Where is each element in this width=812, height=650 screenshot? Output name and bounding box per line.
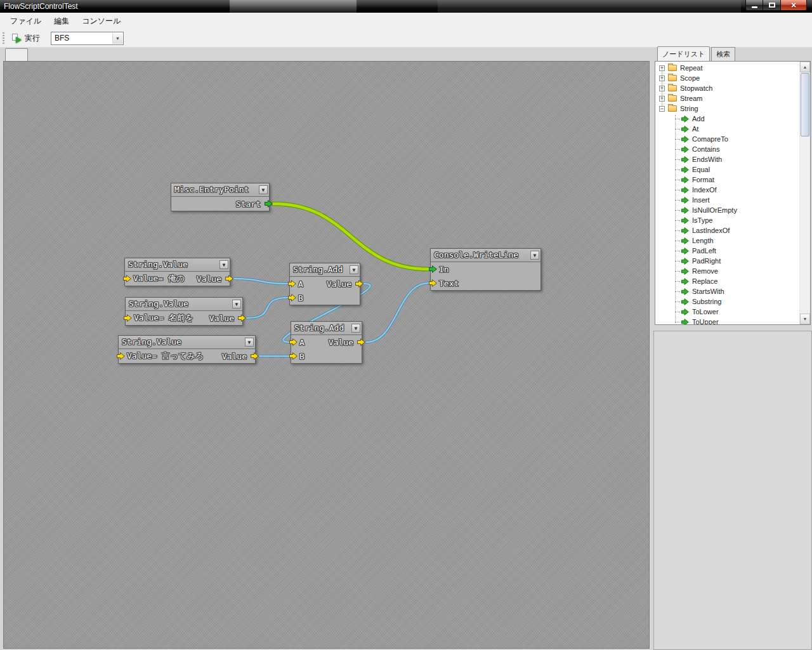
node-canvas[interactable]: Misc.EntryPoint▼StartConsole.WriteLine▼I… [3,61,650,649]
chevron-down-icon[interactable]: ▼ [112,33,122,44]
close-button[interactable]: × [780,0,807,11]
tree-folder-stream[interactable]: +Stream [655,93,799,103]
node-arrow-icon [681,176,689,183]
flow-out-port-icon[interactable] [265,200,273,208]
value-out-port-icon[interactable] [225,275,233,282]
value-out-port-icon[interactable] [238,314,246,322]
value-in-port-icon[interactable] [429,279,437,287]
toolbar-grip[interactable] [3,32,4,44]
expander-collapsed-icon[interactable]: + [659,96,665,102]
tree-folder-repeat[interactable]: +Repeat [655,63,799,73]
minimize-button[interactable] [745,0,763,11]
tree-node-format[interactable]: Format [655,175,799,185]
value-in-port-icon[interactable] [289,352,298,360]
tree-node-indexof[interactable]: IndexOf [655,185,799,195]
folder-icon [668,85,677,91]
expander-collapsed-icon[interactable]: + [659,76,665,81]
node-title-bar[interactable]: Misc.EntryPoint▼ [171,183,269,197]
node-arrow-icon [681,146,689,153]
node-entry[interactable]: Misc.EntryPoint▼Start [171,183,270,211]
tree-item-label: Length [692,237,714,244]
menu-edit[interactable]: 編集 [48,13,75,29]
tree-node-equal[interactable]: Equal [655,164,799,175]
expander-expanded-icon[interactable]: − [659,106,665,112]
tree-node-istype[interactable]: IsType [655,215,799,225]
node-dropdown-icon[interactable]: ▼ [530,251,539,260]
node-add1[interactable]: String.Add▼AValueB [289,263,360,305]
value-out-port-icon[interactable] [355,280,363,288]
tree-node-lastindexof[interactable]: LastIndexOf [655,225,799,235]
tree-node-endswith[interactable]: EndsWith [655,154,799,164]
scroll-up-icon[interactable]: ▲ [800,62,810,72]
wire-flow[interactable] [273,204,429,269]
tree-node-replace[interactable]: Replace [655,276,799,286]
wire-value[interactable] [366,283,429,342]
flow-in-port-icon[interactable] [429,265,437,273]
node-dropdown-icon[interactable]: ▼ [350,265,358,274]
node-title-bar[interactable]: Console.WriteLine▼ [431,249,540,262]
value-in-port-icon[interactable] [124,314,132,322]
tree-scrollbar[interactable]: ▲ ▼ [799,62,810,324]
tree-folder-string[interactable]: −String [655,103,799,114]
value-out-port-icon[interactable] [357,338,365,346]
node-port-row: AValue [290,277,360,291]
tree-node-at[interactable]: At [655,124,799,134]
node-title-bar[interactable]: String.Add▼ [290,263,360,277]
tree-node-insert[interactable]: Insert [655,195,799,205]
node-value2[interactable]: String.Value▼Value= 名前をValue [125,297,243,326]
tree-node-tolower[interactable]: ToLower [655,307,799,317]
canvas-document-tab[interactable] [5,48,28,62]
tree-node-substring[interactable]: Substring [655,296,799,307]
tree-folder-scope[interactable]: +Scope [655,73,799,83]
node-add2[interactable]: String.Add▼AValueB [291,321,362,364]
tree-node-length[interactable]: Length [655,235,799,246]
tree-node-toupper[interactable]: ToUpper [655,317,799,324]
traversal-mode-combobox[interactable]: BFS ▼ [51,32,124,45]
node-title-bar[interactable]: String.Value▼ [125,258,230,272]
node-title-bar[interactable]: String.Value▼ [119,336,255,349]
value-in-port-icon[interactable] [123,275,131,282]
node-value1[interactable]: String.Value▼Value= 俺のValue [124,258,230,286]
close-icon: × [791,0,796,10]
node-dropdown-icon[interactable]: ▼ [351,324,360,333]
node-value3[interactable]: String.Value▼Value= 言ってみろValue [118,335,256,364]
node-title-text: Console.WriteLine [434,250,518,260]
tree-node-startswith[interactable]: StartsWith [655,286,799,296]
tab-node-list[interactable]: ノードリスト [657,46,710,61]
node-dropdown-icon[interactable]: ▼ [245,338,254,347]
tree-node-padleft[interactable]: PadLeft [655,246,799,256]
value-in-port-icon[interactable] [288,294,296,302]
tree-item-label: At [692,125,698,133]
scrollbar-thumb[interactable] [801,73,809,136]
port-label: Text [439,279,459,288]
node-writeline[interactable]: Console.WriteLine▼InText [430,248,541,291]
tree-node-padright[interactable]: PadRight [655,256,799,266]
wire-value[interactable] [247,298,288,318]
wire-value[interactable] [234,279,288,284]
tree-node-comapreto[interactable]: ComapreTo [655,134,799,144]
expander-collapsed-icon[interactable]: + [659,86,665,91]
value-in-port-icon[interactable] [117,352,125,360]
tree-folder-stopwatch[interactable]: +Stopwatch [655,83,799,93]
tab-search[interactable]: 検索 [711,47,735,61]
value-out-port-icon[interactable] [251,352,259,360]
node-title-bar[interactable]: String.Add▼ [291,322,362,335]
menu-console[interactable]: コンソール [75,13,127,29]
maximize-button[interactable] [763,0,780,11]
tree-node-isnullorempty[interactable]: IsNullOrEmpty [655,205,799,215]
scroll-down-icon[interactable]: ▼ [800,314,810,324]
value-in-port-icon[interactable] [288,280,296,288]
menu-file[interactable]: ファイル [4,13,48,29]
node-port-row: B [291,349,362,363]
expander-collapsed-icon[interactable]: + [659,65,665,71]
tree-node-contains[interactable]: Contains [655,144,799,154]
node-title-bar[interactable]: String.Value▼ [126,298,242,311]
node-dropdown-icon[interactable]: ▼ [219,260,228,269]
tree-node-remove[interactable]: Remove [655,266,799,276]
run-button[interactable]: 実行 [7,31,44,46]
tree-node-add[interactable]: Add [655,114,799,124]
node-dropdown-icon[interactable]: ▼ [232,300,241,308]
node-dropdown-icon[interactable]: ▼ [259,185,268,194]
value-in-port-icon[interactable] [289,338,298,346]
tree-item-label: Stream [680,95,702,102]
